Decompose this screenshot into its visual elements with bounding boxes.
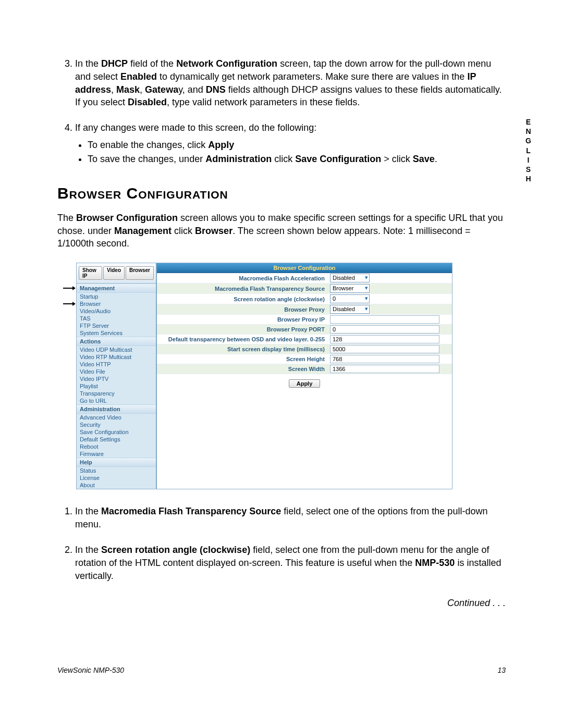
svg-marker-3 xyxy=(72,302,76,306)
sidebar-item-video-udp-multicast[interactable]: Video UDP Multicast xyxy=(77,346,156,353)
continued-text: Continued . . . xyxy=(57,598,506,609)
page-number: 13 xyxy=(497,666,506,674)
tab-show-ip[interactable]: Show IP xyxy=(79,266,102,280)
sidebar-item-video-http[interactable]: Video HTTP xyxy=(77,361,156,368)
form-row: Macromedia Flash Transparency SourceBrow… xyxy=(157,283,452,294)
sidebar-item-tas[interactable]: TAS xyxy=(77,315,156,322)
sidebar-item-go-to-url[interactable]: Go to URL xyxy=(77,397,156,404)
tab-video[interactable]: Video xyxy=(103,266,125,280)
step-4-bullet-1: To enable the changes, click Apply xyxy=(88,139,506,152)
step-b2: In the Screen rotation angle (clockwise)… xyxy=(75,544,506,582)
input-screen-height[interactable] xyxy=(330,355,439,363)
form-row: Macromedia Flash AccelerationDisabled xyxy=(157,273,452,283)
select-browser-proxy[interactable]: Disabled xyxy=(330,305,370,314)
sidebar-item-video-file[interactable]: Video File xyxy=(77,368,156,375)
apply-button[interactable]: Apply xyxy=(289,379,321,388)
sidebar-item-video-rtp-multicast[interactable]: Video RTP Multicast xyxy=(77,353,156,361)
form-row: Browser Proxy IP xyxy=(157,315,452,325)
form-label: Screen Height xyxy=(157,355,328,363)
sidebar-item-reboot[interactable]: Reboot xyxy=(77,443,156,450)
step-4: If any changes were made to this screen,… xyxy=(75,121,506,165)
form-label: Default transparency between OSD and vid… xyxy=(157,335,328,343)
sidebar-item-playlist[interactable]: Playlist xyxy=(77,382,156,390)
sidebar-group-management: Management xyxy=(77,283,156,293)
instruction-list-top: In the DHCP field of the Network Configu… xyxy=(57,57,506,166)
arrow-icon xyxy=(63,286,76,291)
step-3: In the DHCP field of the Network Configu… xyxy=(75,57,506,109)
sidebar-item-video-iptv[interactable]: Video IPTV xyxy=(77,375,156,382)
step-b1: In the Macromedia Flash Transparency Sou… xyxy=(75,505,506,531)
sidebar-item-startup[interactable]: Startup xyxy=(77,293,156,300)
sidebar-item-video-audio[interactable]: Video/Audio xyxy=(77,307,156,315)
select-macromedia-flash-transparency-source[interactable]: Browser xyxy=(330,284,370,293)
sidebar-item-advanced-video[interactable]: Advanced Video xyxy=(77,414,156,421)
input-start-screen-display-time-millisecs-[interactable] xyxy=(330,345,439,353)
sidebar-item-security[interactable]: Security xyxy=(77,421,156,428)
form-label: Browser Proxy xyxy=(157,305,328,314)
sidebar-item-ftp-server[interactable]: FTP Server xyxy=(77,322,156,329)
sidebar-group-actions: Actions xyxy=(77,337,156,346)
language-tab: E N G L I S H xyxy=(525,117,532,183)
form-label: Screen Width xyxy=(157,365,328,373)
input-browser-proxy-ip[interactable] xyxy=(330,315,439,324)
input-browser-proxy-port[interactable] xyxy=(330,325,439,334)
form-label: Macromedia Flash Transparency Source xyxy=(157,285,328,293)
tab-browser[interactable]: Browser xyxy=(126,266,154,280)
input-screen-width[interactable] xyxy=(330,365,439,373)
sidebar-item-default-settings[interactable]: Default Settings xyxy=(77,436,156,443)
select-screen-rotation-angle-clockwise-[interactable]: 0 xyxy=(330,294,370,303)
sidebar-group-administration: Administration xyxy=(77,404,156,414)
sidebar-item-save-configuration[interactable]: Save Configuration xyxy=(77,428,156,436)
sidebar-item-system-services[interactable]: System Services xyxy=(77,329,156,337)
input-default-transparency-between-osd-and-video-layer-0-255[interactable] xyxy=(330,335,439,343)
form-row: Screen Height xyxy=(157,354,452,364)
intro-paragraph: The Browser Configuration screen allows … xyxy=(57,212,506,250)
instruction-list-bottom: In the Macromedia Flash Transparency Sou… xyxy=(57,505,506,582)
sidebar-group-help: Help xyxy=(77,458,156,467)
form-row: Start screen display time (millisecs) xyxy=(157,344,452,354)
panel-title: Browser Configuration xyxy=(157,263,452,273)
form-label: Browser Proxy PORT xyxy=(157,325,328,334)
form-label: Macromedia Flash Acceleration xyxy=(157,274,328,282)
sidebar: Show IP Video Browser ManagementStartupB… xyxy=(77,263,157,489)
sidebar-item-browser[interactable]: Browser xyxy=(77,300,156,307)
svg-marker-1 xyxy=(72,286,76,290)
sidebar-item-transparency[interactable]: Transparency xyxy=(77,390,156,397)
browser-config-screenshot: Show IP Video Browser ManagementStartupB… xyxy=(76,263,452,489)
form-row: Browser Proxy PORT xyxy=(157,325,452,335)
form-row: Browser ProxyDisabled xyxy=(157,304,452,315)
form-label: Screen rotation angle (clockwise) xyxy=(157,295,328,303)
form-label: Browser Proxy IP xyxy=(157,315,328,324)
section-heading: Browser Configuration xyxy=(57,184,506,202)
sidebar-item-about[interactable]: About xyxy=(77,482,156,489)
footer-model: ViewSonic NMP-530 xyxy=(57,666,124,674)
select-macromedia-flash-acceleration[interactable]: Disabled xyxy=(330,274,370,282)
form-row: Screen Width xyxy=(157,364,452,374)
sidebar-item-status[interactable]: Status xyxy=(77,467,156,474)
form-row: Screen rotation angle (clockwise)0 xyxy=(157,294,452,304)
step-4-bullet-2: To save the changes, under Administratio… xyxy=(88,153,506,166)
form-label: Start screen display time (millisecs) xyxy=(157,345,328,353)
sidebar-item-license[interactable]: License xyxy=(77,474,156,482)
form-row: Default transparency between OSD and vid… xyxy=(157,335,452,344)
sidebar-item-firmware[interactable]: Firmware xyxy=(77,450,156,458)
arrow-icon xyxy=(63,301,76,306)
